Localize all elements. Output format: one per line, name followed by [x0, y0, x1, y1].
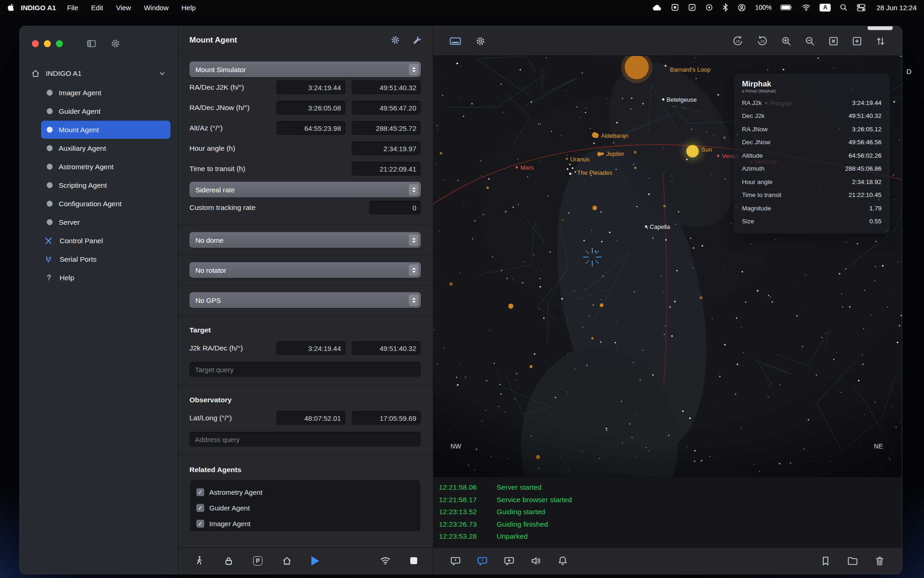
lock-icon[interactable] [224, 556, 234, 566]
help-icon: ? [44, 274, 54, 282]
serial-port-icon [44, 255, 54, 264]
log-filter-bubble-icon[interactable] [450, 555, 461, 566]
sidebar-item-mount-agent[interactable]: Mount Agent [41, 121, 170, 139]
sidebar-item-serial-ports[interactable]: Serial Ports [41, 250, 170, 268]
sidebar-root-server[interactable]: INDIGO A1 [31, 64, 171, 83]
panel-header: Mount Agent [178, 26, 433, 54]
dec-jnow-field[interactable]: 49:56:47.20 [352, 101, 421, 115]
folder-icon[interactable] [847, 555, 858, 566]
alt-field[interactable]: 64:55:23.98 [276, 121, 346, 135]
sidebar-item-help[interactable]: ? Help [41, 269, 170, 287]
map-settings-gear-icon[interactable] [475, 36, 486, 46]
menu-file[interactable]: File [67, 4, 78, 12]
menu-help[interactable]: Help [182, 4, 196, 12]
menu-window[interactable]: Window [144, 4, 168, 12]
object-label-sun: Sun [701, 146, 712, 153]
sort-updown-icon[interactable] [875, 36, 886, 47]
bluetooth-icon[interactable] [722, 3, 729, 12]
time-to-transit-field[interactable]: 21:22:09.41 [352, 162, 421, 176]
az-field[interactable]: 288:45:25.72 [352, 121, 421, 135]
agent-settings-gear-icon[interactable] [390, 35, 400, 45]
user-account-icon[interactable] [737, 3, 746, 12]
tracking-walk-icon[interactable] [194, 555, 204, 566]
related-agent-astrometry[interactable]: Astrometry Agent [196, 484, 414, 500]
add-object-box-plus-icon[interactable] [851, 36, 863, 47]
custom-tracking-rate-field[interactable]: 0 [369, 201, 421, 215]
wifi-icon[interactable] [802, 4, 811, 11]
tracking-rate-select[interactable]: Sidereal rate [189, 182, 421, 197]
ra-jnow-field[interactable]: 3:26:05.08 [276, 101, 346, 115]
checkbox-checked-icon[interactable] [196, 504, 204, 512]
airplay-status-icon[interactable] [705, 3, 713, 12]
address-query-input[interactable] [189, 432, 421, 447]
close-window-button[interactable] [32, 40, 39, 47]
menu-view[interactable]: View [116, 4, 131, 12]
display-mode-icon[interactable] [449, 36, 462, 46]
longitude-field[interactable]: 17:05:59.69 [352, 411, 421, 425]
window-grabber[interactable] [868, 26, 893, 30]
latitude-field[interactable]: 48:07:52.01 [276, 411, 346, 425]
related-agent-imager[interactable]: Imager Agent [196, 516, 414, 531]
agent-dot-icon [47, 145, 53, 151]
checkbox-checked-icon[interactable] [196, 520, 204, 528]
battery-icon[interactable] [780, 4, 793, 11]
add-comment-bubble-icon[interactable] [504, 555, 515, 566]
chevron-down-icon[interactable] [158, 70, 166, 77]
trash-icon[interactable] [874, 555, 885, 566]
log-filter-bubble-selected-icon[interactable] [477, 555, 488, 566]
mount-device-select[interactable]: Mount Simulator [189, 61, 421, 77]
sky-map[interactable]: Barnard's Loop Betelgeuse Aldebaran Jupi… [433, 56, 902, 477]
home-position-icon[interactable] [282, 556, 292, 566]
gps-select[interactable]: No GPS [189, 292, 421, 308]
rotate-cw-15-icon[interactable]: 15 [756, 35, 768, 47]
sidebar-item-auxiliary-agent[interactable]: Auxiliary Agent [41, 139, 170, 157]
sidebar-item-configuration-agent[interactable]: Configuration Agent [41, 195, 170, 213]
related-agent-guider[interactable]: Guider Agent [196, 500, 414, 516]
input-source-icon[interactable]: A [820, 4, 831, 12]
sidebar-item-control-panel[interactable]: Control Panel [41, 232, 170, 250]
dec-j2k-field[interactable]: 49:51:40.32 [352, 80, 421, 94]
zoom-out-icon[interactable] [804, 36, 815, 47]
hour-angle-field[interactable]: 2:34:19.97 [352, 141, 421, 155]
app-grid-icon[interactable] [671, 3, 679, 12]
icloud-status-icon[interactable] [652, 3, 662, 12]
target-ra-field[interactable]: 3:24:19.44 [276, 341, 346, 355]
rotator-select[interactable]: No rotator [189, 262, 421, 278]
spotlight-icon[interactable] [839, 3, 848, 12]
sidebar-item-astrometry-agent[interactable]: Astrometry Agent [41, 158, 170, 176]
sound-speaker-icon[interactable] [530, 555, 541, 566]
park-button[interactable]: P [253, 556, 262, 566]
sidebar-item-server[interactable]: Server [41, 213, 170, 231]
zoom-in-icon[interactable] [781, 36, 792, 47]
sidebar-item-scripting-agent[interactable]: Scripting Agent [41, 176, 170, 194]
menu-edit[interactable]: Edit [91, 4, 103, 12]
control-center-icon[interactable] [857, 4, 866, 12]
target-dec-field[interactable]: 49:51:40.32 [352, 341, 421, 355]
sidebar-item-guider-agent[interactable]: Guider Agent [41, 102, 170, 120]
slew-play-button[interactable] [311, 556, 319, 566]
dome-select[interactable]: No dome [189, 232, 421, 248]
minimize-window-button[interactable] [44, 40, 51, 47]
sidebar-settings-gear-icon[interactable] [110, 38, 121, 49]
sidebar-toggle-icon[interactable] [86, 38, 97, 49]
checkbox-label: Astrometry Agent [209, 488, 262, 496]
apple-menu[interactable] [7, 3, 14, 12]
checkmark-app-icon[interactable] [688, 3, 696, 12]
sidebar-item-imager-agent[interactable]: Imager Agent [41, 84, 170, 102]
bookmark-icon[interactable] [820, 555, 831, 566]
popup-chevrons-icon [409, 234, 419, 246]
menubar-app-name[interactable]: INDIGO A1 [21, 4, 56, 12]
target-query-input[interactable] [189, 362, 421, 377]
zoom-window-button[interactable] [56, 40, 63, 47]
agent-tools-wrench-icon[interactable] [412, 35, 422, 45]
clear-selection-box-x-icon[interactable] [828, 36, 839, 47]
connection-wifi-icon[interactable] [380, 556, 391, 565]
menubar-clock[interactable]: 28 Jun 12:24 [876, 4, 917, 12]
abort-stop-button[interactable] [410, 557, 417, 564]
rotate-ccw-15-icon[interactable]: 15 [732, 35, 744, 47]
field-label: Custom tracking rate [189, 203, 369, 212]
star-dot [645, 226, 647, 228]
notifications-bell-icon[interactable] [557, 555, 568, 566]
checkbox-checked-icon[interactable] [196, 488, 204, 496]
ra-j2k-field[interactable]: 3:24:19.44 [276, 80, 346, 94]
